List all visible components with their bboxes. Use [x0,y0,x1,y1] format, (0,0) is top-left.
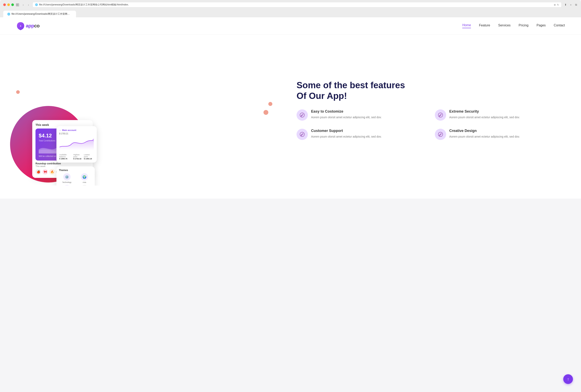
shield-icon: ⊕ [554,3,556,6]
svg-text:a: a [20,25,21,27]
technology-label: Technology [62,181,72,183]
front-card-header: ← Main account [59,129,94,131]
logo-icon: a [16,21,25,30]
nav-home[interactable]: Home [462,23,471,28]
site-nav: Home Feature Services Pricing Pages Cont… [462,23,565,28]
nav-pages[interactable]: Pages [536,23,546,28]
brand-icon-2: 🎀 [42,169,48,175]
available-balance-stat: Available balance $ 1990.76 [59,154,74,160]
refresh-icon[interactable]: ↻ [557,3,559,6]
highest-point-stat: Highest point $ 1732.32 [74,154,84,160]
scroll-top-button[interactable]: ↑ [563,374,573,384]
design-icon [438,132,443,137]
new-tab-icon[interactable]: ＋ [569,3,572,7]
share-icon[interactable]: ⬆ [564,3,567,7]
browser-nav: ‹ › [21,3,30,7]
theme-add[interactable]: + Add [76,185,92,186]
globe-icon: 🌐 [35,3,38,6]
feature-customer-support: Customer Support Aorem psum olorsit amet… [296,129,427,140]
technology-icon: ⚙️ [63,173,70,180]
main-account-amount: $ 1703.21 [59,133,94,135]
forward-button[interactable]: › [26,3,30,7]
health-icon: 💙 [63,185,70,186]
svg-line-5 [301,116,302,116]
browser-actions: ⬆ ＋ ⧉ [564,3,578,7]
logo-text: appco [26,23,40,28]
feature-icon-creative-design [435,129,446,140]
dot-top [264,110,268,115]
svg-rect-1 [18,4,18,6]
dot-left [16,90,20,94]
brand-icon-3: 🔥 [49,169,55,175]
fullscreen-button[interactable] [11,3,14,6]
feature-extreme-security: Extreme Security Aorem psum olorsit amet… [435,109,565,121]
graph-area [59,136,94,152]
contrib-title: Roundup contribution [36,162,90,165]
feature-easy-customize: Easy to Costomize Aorem psum olorsit ame… [296,109,427,121]
theme-health: 💙 Health [59,185,75,186]
feature-text-creative-design: Creative Design Aorem psum olorsit amet … [449,129,520,139]
back-button[interactable]: ‹ [21,3,25,7]
wrench-icon [300,112,305,118]
svg-line-7 [439,116,440,116]
sidebar-toggle[interactable] [16,3,19,6]
feature-icon-extreme-security [435,109,446,121]
lowest-point-stat: Lowest point $ 1493.18 [84,154,94,160]
add-theme-icon[interactable]: + [81,185,88,186]
browser-window: ‹ › 🌐 file:///Users/janewang/Downloads/网… [0,0,581,17]
feature-text-customer-support: Customer Support Aorem psum olorsit amet… [311,129,382,139]
main-account-label: ← Main account [59,129,76,131]
hero-right: Some of the best features Of Our App! Ea… [284,80,565,140]
hero-section: This week $4.12 Total Contributions Will… [0,34,581,186]
dot-bottom [268,102,272,106]
tab-favicon: 🌐 [7,13,10,15]
browser-tabs: 🌐 file:///Users/janewang/Downloads/网页设计工… [3,9,578,17]
url-text: file:///Users/janewang/Downloads/网页设计工作室… [39,3,129,6]
features-heading: Some of the best features Of Our App! [296,80,565,101]
feature-icon-customer-support [296,129,308,140]
windows-icon[interactable]: ⧉ [574,3,578,7]
close-button[interactable] [3,3,6,6]
feature-icon-easy-customize [296,109,308,121]
feature-creative-design: Creative Design Aorem psum olorsit amet … [435,129,565,140]
stats-row: Available balance $ 1990.76 Highest poin… [59,154,94,160]
feature-text-extreme-security: Extreme Security Aorem psum olorsit amet… [449,109,520,119]
svg-rect-0 [17,4,17,6]
tab-title: file:///Users/janewang/Downloads/网页设计工作室… [12,12,72,16]
browser-titlebar: ‹ › 🌐 file:///Users/janewang/Downloads/网… [3,2,578,7]
svg-point-3 [93,139,94,141]
theme-technology: ⚙️ Technology [59,173,75,183]
nav-feature[interactable]: Feature [479,23,490,28]
nav-pricing[interactable]: Pricing [519,23,528,28]
themes-card: Themes ⚙️ Technology 🌍 Asia 💙 Health [56,166,95,186]
themes-title: Themes [59,169,92,172]
address-bar[interactable]: 🌐 file:///Users/janewang/Downloads/网页设计工… [32,2,562,7]
features-grid: Easy to Costomize Aorem psum olorsit ame… [296,109,565,140]
app-card-front: ← Main account $ 1703.21 [56,126,97,163]
support-icon [300,132,305,137]
asia-label: Asia [83,181,86,183]
apple-icon: 🍎 [36,169,41,175]
svg-line-9 [301,135,302,136]
svg-line-11 [439,135,440,136]
nav-contact[interactable]: Contact [554,23,565,28]
security-icon [438,112,443,118]
theme-asia: 🌍 Asia [76,173,92,183]
active-tab[interactable]: 🌐 file:///Users/janewang/Downloads/网页设计工… [3,11,76,17]
feature-text-easy-customize: Easy to Costomize Aorem psum olorsit ame… [311,109,382,119]
nav-services[interactable]: Services [498,23,510,28]
traffic-lights [3,3,14,6]
site-header: a appco Home Feature Services Pricing Pa… [0,17,581,34]
asia-icon: 🌍 [81,173,88,180]
logo[interactable]: a appco [16,21,40,30]
minimize-button[interactable] [7,3,10,6]
themes-grid: ⚙️ Technology 🌍 Asia 💙 Health + Add [59,173,92,186]
website-container: a appco Home Feature Services Pricing Pa… [0,17,581,199]
